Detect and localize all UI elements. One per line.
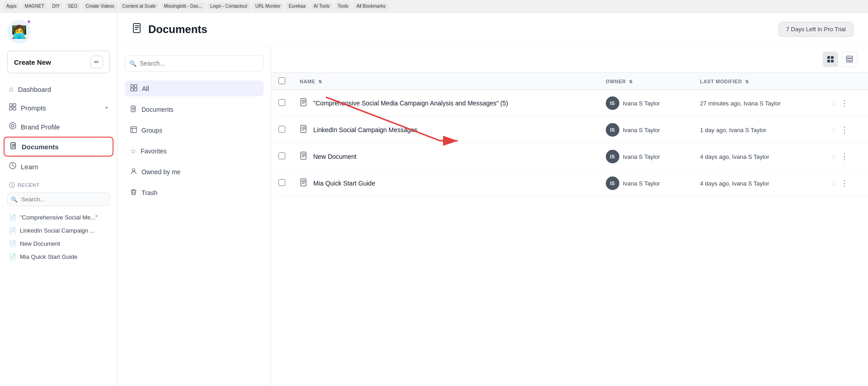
- filter-trash-icon: [130, 189, 137, 197]
- browser-tab-eurekaa[interactable]: Eurekaa: [286, 3, 308, 10]
- recent-doc-icon-1: 📄: [9, 214, 16, 221]
- recent-item-4[interactable]: 📄 Mia Quick Start Guide: [4, 250, 113, 263]
- row-2-owner-avatar: IS: [606, 123, 619, 137]
- grid-view-button[interactable]: [823, 52, 838, 67]
- sidebar-search[interactable]: 🔍: [7, 192, 110, 206]
- browser-tab-ai-tools[interactable]: AI Tools: [311, 3, 332, 10]
- create-new-button[interactable]: Create New ✏: [7, 51, 110, 73]
- sidebar-item-dashboard-label: Dashboard: [18, 86, 108, 93]
- main-header: Documents 7 Days Left In Pro Trial: [118, 13, 868, 46]
- filter-favorites[interactable]: ☆ Favorites: [125, 143, 264, 159]
- filter-documents[interactable]: Documents: [125, 102, 264, 117]
- row-3-star-button[interactable]: ☆: [830, 152, 837, 161]
- header-actions: [823, 73, 868, 90]
- row-4-checkbox[interactable]: [278, 179, 285, 186]
- recent-item-2[interactable]: 📄 LinkedIn Social Campaign ...: [4, 224, 113, 237]
- recent-doc-icon-3: 📄: [9, 240, 16, 247]
- row-1-checkbox[interactable]: [278, 99, 285, 106]
- search-input[interactable]: [125, 55, 264, 71]
- row-4-actions-cell: ☆ ⋮: [823, 170, 868, 197]
- browser-tab-login[interactable]: Login - Contactout: [208, 3, 250, 10]
- row-4-star-button[interactable]: ☆: [830, 179, 837, 188]
- row-2-checkbox[interactable]: [278, 126, 285, 133]
- table-body: "Comprehensive Social Media Campaign Ana…: [271, 90, 868, 197]
- row-2-modified-cell: 1 day ago, Ivana S Taylor: [693, 117, 824, 143]
- sparkle-icon: ✦: [26, 18, 32, 25]
- sidebar-search-input[interactable]: [7, 192, 110, 206]
- sidebar-item-dashboard[interactable]: ⌂ Dashboard: [4, 81, 113, 98]
- row-2-more-button[interactable]: ⋮: [840, 125, 849, 135]
- trial-badge-button[interactable]: 7 Days Left In Pro Trial: [778, 22, 854, 37]
- header-owner: OWNER ⇅: [599, 73, 693, 90]
- browser-tab-tools[interactable]: Tools: [335, 3, 351, 10]
- modified-sort-icon: ⇅: [745, 79, 749, 84]
- select-all-checkbox[interactable]: [278, 77, 285, 84]
- browser-tab-diy[interactable]: DIY: [50, 3, 63, 10]
- list-view-button[interactable]: [842, 52, 857, 67]
- row-1-star-button[interactable]: ☆: [830, 99, 837, 108]
- row-2-owner-name: Ivana S Taylor: [623, 127, 660, 133]
- sidebar-item-learn[interactable]: Learn: [4, 157, 113, 176]
- sidebar-item-documents[interactable]: Documents: [4, 137, 113, 157]
- search-bar[interactable]: 🔍: [125, 55, 264, 71]
- filter-owned-by-me[interactable]: Owned by me: [125, 164, 264, 180]
- row-3-checkbox[interactable]: [278, 152, 285, 159]
- header-checkbox-cell: [271, 73, 292, 90]
- row-2-star-button[interactable]: ☆: [830, 126, 837, 134]
- table-toolbar: [271, 46, 868, 72]
- recent-item-1[interactable]: 📄 "Comprehensive Social Me...": [4, 211, 113, 224]
- row-4-checkbox-cell: [271, 170, 292, 197]
- row-4-doc-icon: [300, 178, 308, 189]
- browser-tab-url-monitor[interactable]: URL Monitor: [253, 3, 283, 10]
- recent-doc-icon-4: 📄: [9, 253, 16, 260]
- filter-groups-label: Groups: [142, 127, 162, 134]
- filter-trash[interactable]: Trash: [125, 185, 264, 200]
- browser-tab-missingletti[interactable]: Missingletti - Das...: [161, 3, 205, 10]
- recent-item-3[interactable]: 📄 New Document: [4, 237, 113, 250]
- svg-rect-17: [827, 56, 830, 59]
- row-4-more-button[interactable]: ⋮: [840, 178, 849, 188]
- row-3-more-button[interactable]: ⋮: [840, 152, 849, 162]
- learn-icon: [9, 162, 16, 171]
- page-title-area: Documents: [132, 23, 208, 36]
- recent-doc-icon-2: 📄: [9, 227, 16, 234]
- filter-trash-label: Trash: [142, 189, 157, 196]
- table-header: NAME ⇅ OWNER ⇅ LAST MODIFIED ⇅: [271, 73, 868, 90]
- row-1-doc-name[interactable]: "Comprehensive Social Media Campaign Ana…: [313, 100, 508, 107]
- filter-favorites-label: Favorites: [141, 148, 167, 155]
- browser-tab-content[interactable]: Content at Scale: [120, 3, 159, 10]
- filter-all-label: All: [142, 85, 149, 92]
- documents-table: NAME ⇅ OWNER ⇅ LAST MODIFIED ⇅: [271, 72, 868, 197]
- sidebar-item-brand-profile[interactable]: Brand Profile: [4, 118, 113, 136]
- svg-rect-11: [134, 85, 137, 87]
- sidebar-item-prompts[interactable]: Prompts ▾: [4, 99, 113, 117]
- app-container: 👩‍💻 ✦ Create New ✏ ⌂ Dashboard Prompts ▾: [0, 13, 868, 386]
- table-row: New Document IS Ivana S Taylor 4 days: [271, 143, 868, 170]
- row-1-owner-name: Ivana S Taylor: [623, 100, 660, 107]
- page-title: Documents: [148, 23, 208, 36]
- row-3-doc-name[interactable]: New Document: [313, 153, 357, 160]
- svg-rect-10: [131, 85, 133, 87]
- row-3-doc-icon: [300, 152, 308, 162]
- filter-groups[interactable]: Groups: [125, 123, 264, 138]
- sidebar-item-prompts-label: Prompts: [21, 104, 101, 112]
- row-1-more-button[interactable]: ⋮: [840, 98, 849, 108]
- browser-tab-magnet[interactable]: MAGNET: [22, 3, 47, 10]
- row-3-actions-cell: ☆ ⋮: [823, 143, 868, 170]
- sidebar-nav: ⌂ Dashboard Prompts ▾ Brand Profile: [0, 81, 117, 176]
- browser-tab-bookmarks[interactable]: All Bookmarks: [354, 3, 388, 10]
- sidebar-item-documents-label: Documents: [22, 143, 107, 151]
- filter-all-icon: [130, 84, 137, 93]
- row-2-doc-name[interactable]: LinkedIn Social Campaign Messages: [313, 126, 417, 133]
- filter-all[interactable]: All: [125, 81, 264, 96]
- browser-tab-seo[interactable]: SEO: [65, 3, 80, 10]
- browser-tab-apps[interactable]: Apps: [4, 3, 19, 10]
- row-3-owner-name: Ivana S Taylor: [623, 153, 660, 160]
- row-4-doc-name[interactable]: Mia Quick Start Guide: [313, 180, 375, 187]
- table-row: "Comprehensive Social Media Campaign Ana…: [271, 90, 868, 117]
- browser-tab-create-videos[interactable]: Create Videos: [83, 3, 117, 10]
- documents-table-panel: NAME ⇅ OWNER ⇅ LAST MODIFIED ⇅: [271, 46, 868, 386]
- row-1-name-cell: "Comprehensive Social Media Campaign Ana…: [292, 90, 599, 117]
- row-4-owner-avatar: IS: [606, 176, 619, 190]
- filter-panel: 🔍 All Documents: [118, 46, 271, 386]
